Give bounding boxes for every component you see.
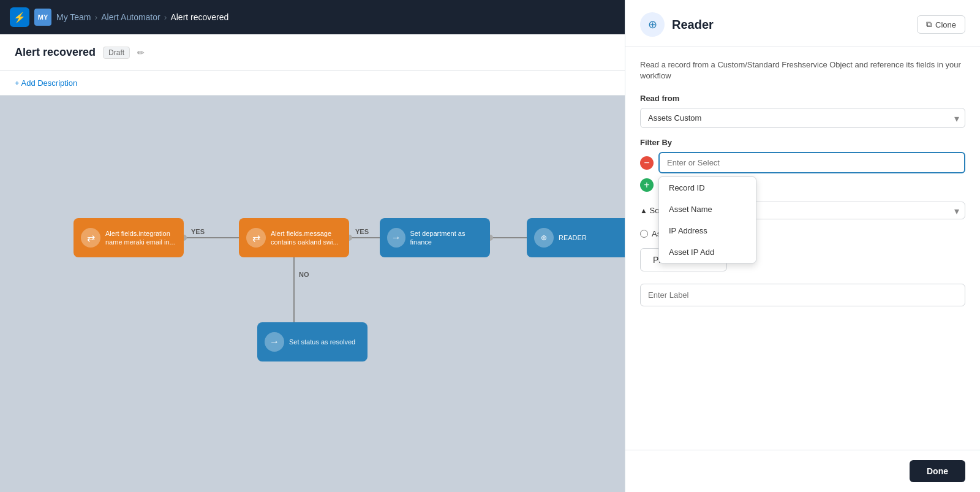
node3-label: Set department as finance (410, 229, 483, 247)
dropdown-item-ip-address[interactable]: IP Address (659, 220, 756, 241)
top-navigation: ⚡ MY My Team › Alert Automator › Alert r… (0, 0, 625, 34)
clone-label: Clone (935, 20, 956, 29)
read-from-label: Read from (640, 94, 965, 103)
filter-input[interactable] (658, 152, 965, 173)
team-badge: MY (34, 9, 51, 26)
workflow-node-3[interactable]: → Set department as finance (380, 218, 490, 257)
node5-icon: → (265, 332, 284, 352)
remove-filter-button[interactable]: − (640, 156, 654, 170)
app-logo: ⚡ (10, 7, 29, 27)
page-title: Alert recovered (15, 46, 96, 59)
canvas-subheader: + Add Description (0, 71, 625, 96)
panel-header-left: ⊕ Reader (640, 12, 714, 37)
workflow-node-reader[interactable]: ⊕ READER (527, 218, 625, 257)
filter-row-1: − Record ID Asset Name IP Address Asset … (640, 152, 965, 173)
right-panel: ⊕ Reader ⧉ Clone Read a record from a Cu… (625, 0, 980, 492)
panel-footer: Done (625, 450, 980, 492)
node1-label: Alert fields.integration name meraki ema… (105, 229, 176, 247)
breadcrumb: My Team › Alert Automator › Alert recove… (56, 12, 228, 22)
workflow-canvas-area: ⚡ MY My Team › Alert Automator › Alert r… (0, 0, 625, 492)
node4-label: READER (559, 233, 587, 242)
svg-text:YES: YES (355, 228, 369, 235)
workflow-node-1[interactable]: ⇄ Alert fields.integration name meraki e… (74, 218, 184, 257)
read-from-select-wrapper: Assets Custom ▾ (640, 108, 965, 128)
node1-icon: ⇄ (81, 228, 100, 248)
sep2: › (164, 12, 167, 22)
node5-label: Set status as resolved (289, 338, 355, 346)
node2-label: Alert fields.message contains oakland sw… (271, 229, 342, 247)
dropdown-item-record-id[interactable]: Record ID (659, 177, 756, 199)
panel-body: Read a record from a Custom/Standard Fre… (625, 47, 980, 450)
panel-title: Reader (672, 18, 714, 32)
svg-text:YES: YES (191, 228, 205, 235)
panel-description: Read a record from a Custom/Standard Fre… (640, 59, 965, 81)
panel-header: ⊕ Reader ⧉ Clone (625, 0, 980, 47)
ascending-radio[interactable] (640, 230, 648, 238)
dropdown-item-asset-name[interactable]: Asset Name (659, 199, 756, 220)
filter-by-section: Filter By − Record ID Asset Name IP Addr… (640, 138, 965, 192)
filter-by-label: Filter By (640, 138, 965, 147)
workflow-nodes: YES YES NO ⇄ Alert fields.integration na… (37, 96, 625, 492)
add-filter-button[interactable]: + (640, 178, 654, 192)
reader-icon: ⊕ (640, 12, 665, 37)
edit-title-icon[interactable]: ✏ (137, 48, 145, 58)
alert-automator-link[interactable]: Alert Automator (101, 12, 160, 22)
add-description-link[interactable]: + Add Description (15, 78, 77, 88)
node4-icon: ⊕ (534, 228, 554, 248)
read-from-select[interactable]: Assets Custom (640, 108, 965, 128)
current-page: Alert recovered (170, 12, 228, 22)
workflow-node-2[interactable]: ⇄ Alert fields.message contains oakland … (239, 218, 349, 257)
workflow-canvas: YES YES NO ⇄ Alert fields.integration na… (0, 96, 625, 492)
svg-text:NO: NO (299, 271, 309, 278)
clone-button[interactable]: ⧉ Clone (917, 15, 965, 34)
done-button[interactable]: Done (910, 460, 965, 482)
team-name[interactable]: My Team (56, 12, 91, 22)
draft-badge: Draft (103, 47, 130, 59)
dropdown-item-asset-ip-add[interactable]: Asset IP Add (659, 241, 756, 263)
node3-icon: → (387, 228, 405, 248)
canvas-header: Alert recovered Draft ✏ (0, 34, 625, 71)
filter-dropdown-menu: Record ID Asset Name IP Address Asset IP… (658, 176, 756, 263)
label-input[interactable] (640, 284, 965, 306)
sort-collapse-toggle[interactable]: ▲ (640, 206, 647, 215)
workflow-node-resolved[interactable]: → Set status as resolved (257, 322, 368, 361)
clone-icon: ⧉ (926, 20, 932, 29)
sep1: › (95, 12, 98, 22)
node2-icon: ⇄ (246, 228, 266, 248)
